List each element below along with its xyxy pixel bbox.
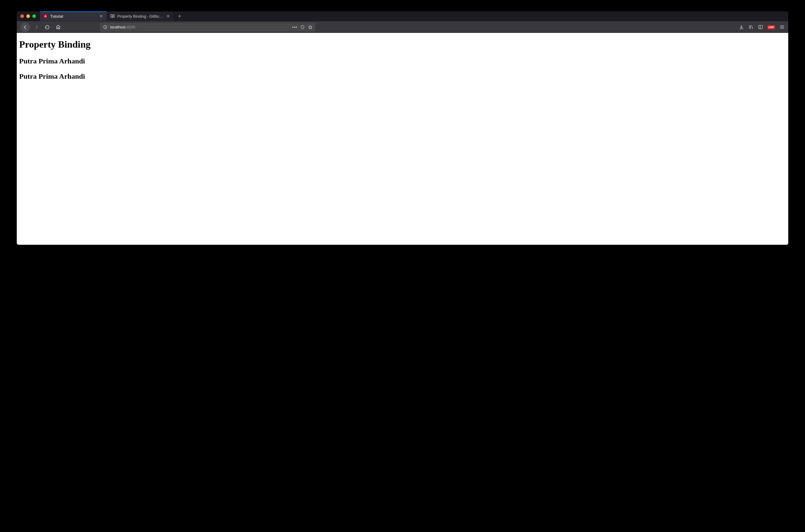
tabs: Tutorial ✕ Property Binding · GitBook ✕ [40,12,788,21]
url-host: localhost [110,25,126,29]
page-viewport: Property Binding Putra Prima Arhandi Put… [17,33,788,245]
new-tab-button[interactable] [174,12,185,21]
abp-badge[interactable]: ABP [767,25,775,29]
back-button[interactable] [20,22,30,32]
gitbook-icon [110,14,115,19]
toolbar-right: ABP [739,24,785,30]
bookmark-star-icon[interactable] [308,24,313,30]
reload-button[interactable] [43,23,52,32]
window-minimize-icon[interactable] [26,14,30,18]
svg-marker-7 [309,25,312,29]
window-zoom-icon[interactable] [32,14,36,18]
tab-gitbook[interactable]: Property Binding · GitBook ✕ [107,12,174,21]
forward-button[interactable] [32,23,41,32]
library-icon[interactable] [748,24,753,30]
page-subheading-2: Putra Prima Arhandi [19,72,785,80]
url-port: :4200 [126,25,135,29]
page-subheading-1: Putra Prima Arhandi [19,57,785,65]
page-content: Property Binding Putra Prima Arhandi Put… [19,39,785,80]
window-close-icon[interactable] [20,14,24,18]
svg-rect-13 [759,25,763,29]
shield-icon[interactable] [300,24,305,30]
nav-toolbar: localhost:4200 ••• [17,21,788,33]
url-text: localhost:4200 [110,25,290,29]
tab-strip: Tutorial ✕ Property Binding · GitBook ✕ [17,12,788,21]
tab-label: Property Binding · GitBook [117,14,163,19]
page-actions-icon[interactable]: ••• [292,25,298,30]
home-button[interactable] [54,23,62,32]
app-menu-icon[interactable] [779,24,785,30]
svg-line-12 [751,25,753,29]
close-icon[interactable]: ✕ [98,14,104,19]
window-traffic-lights [17,12,40,21]
tab-tutorial[interactable]: Tutorial ✕ [40,12,107,21]
close-icon[interactable]: ✕ [166,14,171,19]
tab-label: Tutorial [50,14,96,19]
svg-point-6 [105,26,106,26]
page-heading: Property Binding [19,39,785,50]
site-info-icon[interactable] [102,25,108,29]
address-bar[interactable]: localhost:4200 ••• [100,23,315,32]
angular-icon [43,14,48,19]
browser-window: Tutorial ✕ Property Binding · GitBook ✕ [17,12,788,245]
downloads-icon[interactable] [739,24,744,30]
sidebar-icon[interactable] [758,24,763,30]
